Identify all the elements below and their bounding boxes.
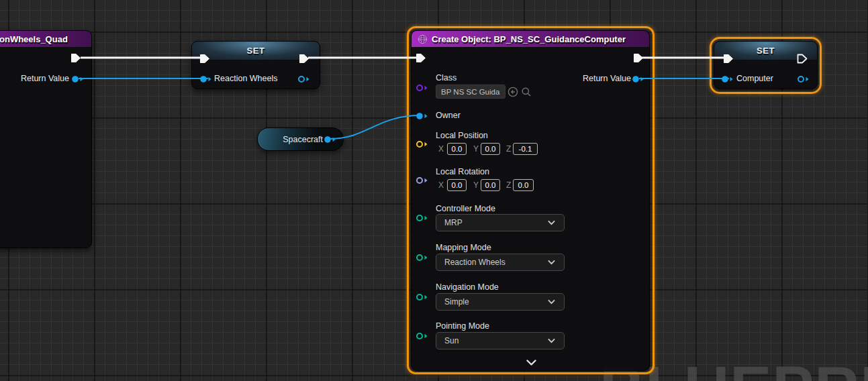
computer-input-pin[interactable] (721, 75, 734, 83)
local-rotation-z-input[interactable] (513, 179, 534, 191)
browse-asset-icon[interactable] (521, 87, 532, 97)
class-select-dropdown[interactable]: BP NS SC Guida (436, 85, 505, 99)
mapping-mode-dropdown[interactable]: Reaction Wheels (436, 254, 565, 271)
x-axis-label: X (438, 144, 444, 154)
computer-output-pin[interactable] (797, 75, 810, 83)
node-title-bar: Create Object: BP_NS_SC_GuidanceComputer (412, 31, 649, 47)
navigation-mode-pin-label: Navigation Mode (436, 282, 499, 292)
computer-pin-label: Computer (736, 74, 773, 83)
class-pin[interactable] (416, 84, 429, 92)
node-title: SET (757, 46, 775, 56)
expand-node-icon[interactable] (526, 360, 537, 366)
chevron-down-icon (547, 260, 556, 265)
return-value-pin-label: Return Value (583, 74, 631, 83)
exec-out-pin[interactable] (633, 53, 644, 63)
node-title: Create Object: BP_NS_SC_GuidanceComputer (432, 34, 626, 44)
local-rotation-pin[interactable] (416, 176, 429, 184)
node-title: onWheels_Quad (0, 34, 68, 44)
mapping-mode-pin[interactable] (416, 254, 429, 262)
class-pin-label: Class (436, 73, 456, 83)
chevron-down-icon (547, 220, 556, 225)
z-axis-label: Z (506, 180, 511, 190)
reaction-wheels-input-pin[interactable] (199, 75, 213, 83)
pointing-mode-pin[interactable] (416, 332, 429, 340)
class-selected-value: BP NS SC Guida (441, 88, 499, 96)
x-axis-label: X (438, 180, 444, 190)
node-set-computer[interactable]: SET Computer (714, 41, 818, 89)
local-position-x-input[interactable] (447, 143, 467, 155)
local-rotation-x-input[interactable] (447, 179, 467, 191)
reaction-wheels-output-pin[interactable] (297, 75, 311, 83)
spacecraft-var-label: Spacecraft (283, 135, 323, 144)
data-wire-spacecraft-to-owner[interactable] (330, 115, 420, 139)
spacecraft-output-pin[interactable] (324, 135, 337, 144)
node-create-object-guidance-computer[interactable]: Create Object: BP_NS_SC_GuidanceComputer… (411, 30, 650, 371)
navigation-mode-dropdown[interactable]: Simple (436, 293, 565, 311)
local-position-y-input[interactable] (481, 143, 500, 155)
reaction-wheels-pin-label: Reaction Wheels (214, 74, 278, 83)
navigation-mode-pin[interactable] (416, 293, 429, 301)
exec-in-pin[interactable] (723, 54, 734, 64)
exec-in-pin[interactable] (199, 54, 210, 64)
chevron-down-icon (499, 89, 500, 94)
mapping-mode-pin-label: Mapping Mode (436, 243, 491, 252)
exec-out-pin[interactable] (299, 54, 309, 64)
controller-mode-pin-label: Controller Mode (436, 204, 495, 213)
use-asset-icon[interactable] (508, 87, 518, 97)
node-title: SET (247, 46, 265, 56)
mapping-mode-selected-value: Reaction Wheels (444, 258, 505, 267)
pointing-mode-dropdown[interactable]: Sun (436, 332, 565, 349)
local-rotation-y-input[interactable] (481, 179, 500, 191)
local-position-pin-label: Local Position (436, 131, 488, 140)
local-position-pin[interactable] (416, 140, 429, 148)
y-axis-label: Y (473, 144, 479, 154)
owner-pin-label: Owner (436, 111, 461, 120)
node-set-reaction-wheels[interactable]: SET Reaction Wheels (191, 41, 320, 89)
local-rotation-pin-label: Local Rotation (436, 167, 489, 176)
exec-in-pin[interactable] (416, 53, 426, 63)
return-value-pin-label: Return Value (21, 74, 69, 83)
return-value-pin[interactable] (632, 75, 645, 83)
pointing-mode-pin-label: Pointing Mode (436, 321, 489, 331)
chevron-down-icon (547, 338, 556, 343)
pointing-mode-selected-value: Sun (444, 336, 459, 345)
exec-out-pin[interactable] (797, 54, 808, 64)
navigation-mode-selected-value: Simple (444, 297, 469, 307)
controller-mode-dropdown[interactable]: MRP (436, 214, 565, 231)
node-title-bar: onWheels_Quad (0, 31, 91, 47)
owner-pin[interactable] (416, 112, 429, 120)
globe-icon (418, 34, 428, 44)
controller-mode-selected-value: MRP (444, 218, 463, 227)
controller-mode-pin[interactable] (416, 214, 429, 222)
exec-out-pin[interactable] (70, 53, 81, 63)
z-axis-label: Z (506, 144, 511, 154)
local-position-z-input[interactable] (513, 143, 538, 155)
y-axis-label: Y (473, 180, 479, 190)
node-variable-spacecraft[interactable]: Spacecraft (257, 127, 344, 151)
chevron-down-icon (547, 299, 556, 305)
return-value-pin[interactable] (71, 75, 85, 83)
node-create-reaction-wheels-quad[interactable]: onWheels_Quad Return Value (0, 30, 92, 248)
blueprint-graph-canvas[interactable]: BLUEPRINT onWheels_Quad Return Value SET (0, 0, 868, 381)
